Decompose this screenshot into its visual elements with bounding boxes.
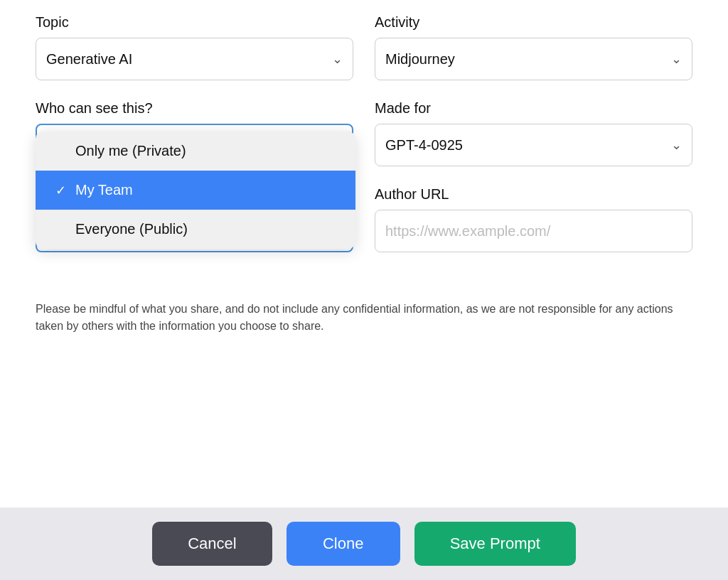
save-prompt-button[interactable]: Save Prompt <box>414 522 576 566</box>
activity-chevron-icon: ⌄ <box>671 51 682 67</box>
topic-group: Topic Generative AI ⌄ <box>36 14 353 80</box>
made-for-chevron-icon: ⌄ <box>671 137 682 153</box>
visibility-option-public[interactable]: Everyone (Public) <box>36 210 355 249</box>
author-url-label: Author URL <box>375 186 692 203</box>
activity-label: Activity <box>375 14 692 31</box>
visibility-dropdown: Only me (Private) ✓ My Team Everyone (Pu… <box>36 131 355 249</box>
visibility-option-private[interactable]: Only me (Private) <box>36 131 355 171</box>
activity-value: Midjourney <box>385 51 455 68</box>
cancel-button[interactable]: Cancel <box>152 522 272 566</box>
topic-value: Generative AI <box>46 51 132 68</box>
activity-group: Activity Midjourney ⌄ <box>375 14 692 80</box>
made-for-group: Made for GPT-4-0925 ⌄ <box>375 100 692 166</box>
author-url-input[interactable] <box>375 210 692 252</box>
topic-label: Topic <box>36 14 353 31</box>
footer: Cancel Clone Save Prompt <box>0 508 728 580</box>
author-url-group: Author URL <box>375 186 692 252</box>
clone-button[interactable]: Clone <box>287 522 400 566</box>
visibility-label: Who can see this? <box>36 100 353 117</box>
made-for-value: GPT-4-0925 <box>385 137 463 154</box>
made-for-label: Made for <box>375 100 692 117</box>
visibility-option-team[interactable]: ✓ My Team <box>36 171 355 210</box>
made-for-select[interactable]: GPT-4-0925 ⌄ <box>375 124 692 166</box>
activity-select[interactable]: Midjourney ⌄ <box>375 38 692 80</box>
topic-chevron-icon: ⌄ <box>332 51 343 67</box>
notice-text: Please be mindful of what you share, and… <box>0 301 728 335</box>
topic-select[interactable]: Generative AI ⌄ <box>36 38 353 80</box>
